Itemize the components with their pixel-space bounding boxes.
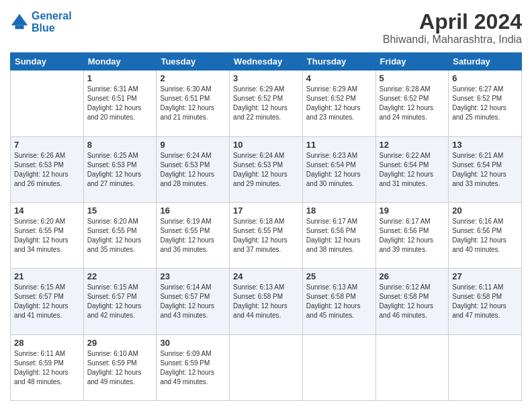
calendar-cell: 10Sunrise: 6:24 AM Sunset: 6:53 PM Dayli… xyxy=(230,136,303,202)
day-info: Sunrise: 6:31 AM Sunset: 6:51 PM Dayligh… xyxy=(87,85,153,122)
col-thursday: Thursday xyxy=(302,53,375,71)
day-number: 22 xyxy=(87,271,153,281)
calendar-cell: 28Sunrise: 6:11 AM Sunset: 6:59 PM Dayli… xyxy=(11,334,84,400)
day-number: 26 xyxy=(380,271,445,281)
day-number: 30 xyxy=(160,338,226,348)
calendar-week-5: 28Sunrise: 6:11 AM Sunset: 6:59 PM Dayli… xyxy=(11,334,522,400)
day-number: 20 xyxy=(452,205,518,216)
day-info: Sunrise: 6:13 AM Sunset: 6:58 PM Dayligh… xyxy=(306,283,372,320)
day-info: Sunrise: 6:16 AM Sunset: 6:56 PM Dayligh… xyxy=(452,217,518,255)
day-info: Sunrise: 6:15 AM Sunset: 6:57 PM Dayligh… xyxy=(87,283,153,320)
calendar-cell: 17Sunrise: 6:18 AM Sunset: 6:55 PM Dayli… xyxy=(230,202,303,268)
day-number: 19 xyxy=(380,205,445,216)
col-monday: Monday xyxy=(83,53,157,71)
day-number: 1 xyxy=(87,73,153,83)
day-info: Sunrise: 6:29 AM Sunset: 6:52 PM Dayligh… xyxy=(306,85,372,122)
col-saturday: Saturday xyxy=(449,53,522,71)
day-info: Sunrise: 6:20 AM Sunset: 6:55 PM Dayligh… xyxy=(87,217,153,255)
day-number: 2 xyxy=(160,73,226,83)
day-number: 5 xyxy=(380,73,445,83)
day-number: 25 xyxy=(306,271,372,281)
calendar-cell xyxy=(375,334,449,400)
calendar-cell: 27Sunrise: 6:11 AM Sunset: 6:58 PM Dayli… xyxy=(449,269,522,334)
day-info: Sunrise: 6:11 AM Sunset: 6:58 PM Dayligh… xyxy=(452,283,518,320)
calendar-cell: 16Sunrise: 6:19 AM Sunset: 6:55 PM Dayli… xyxy=(157,202,230,268)
calendar-cell: 5Sunrise: 6:28 AM Sunset: 6:52 PM Daylig… xyxy=(375,71,449,136)
day-info: Sunrise: 6:15 AM Sunset: 6:57 PM Dayligh… xyxy=(14,283,80,320)
day-info: Sunrise: 6:11 AM Sunset: 6:59 PM Dayligh… xyxy=(14,349,80,387)
day-number: 24 xyxy=(233,271,299,281)
calendar-week-3: 14Sunrise: 6:20 AM Sunset: 6:55 PM Dayli… xyxy=(11,202,522,268)
calendar-cell: 1Sunrise: 6:31 AM Sunset: 6:51 PM Daylig… xyxy=(83,71,157,136)
col-sunday: Sunday xyxy=(11,53,84,71)
calendar-cell: 20Sunrise: 6:16 AM Sunset: 6:56 PM Dayli… xyxy=(449,202,522,268)
header: General Blue April 2024 Bhiwandi, Mahara… xyxy=(10,10,522,46)
day-number: 3 xyxy=(233,73,299,83)
day-info: Sunrise: 6:20 AM Sunset: 6:55 PM Dayligh… xyxy=(14,217,80,255)
day-info: Sunrise: 6:21 AM Sunset: 6:54 PM Dayligh… xyxy=(452,151,518,189)
day-number: 7 xyxy=(14,140,80,150)
day-info: Sunrise: 6:29 AM Sunset: 6:52 PM Dayligh… xyxy=(233,85,299,122)
calendar-cell: 23Sunrise: 6:14 AM Sunset: 6:57 PM Dayli… xyxy=(157,269,230,334)
day-info: Sunrise: 6:17 AM Sunset: 6:56 PM Dayligh… xyxy=(306,217,372,255)
calendar-cell: 2Sunrise: 6:30 AM Sunset: 6:51 PM Daylig… xyxy=(157,71,230,136)
day-info: Sunrise: 6:18 AM Sunset: 6:55 PM Dayligh… xyxy=(233,217,299,255)
page: General Blue April 2024 Bhiwandi, Mahara… xyxy=(0,0,532,411)
col-wednesday: Wednesday xyxy=(230,53,303,71)
calendar-cell: 12Sunrise: 6:22 AM Sunset: 6:54 PM Dayli… xyxy=(375,136,449,202)
calendar-cell: 26Sunrise: 6:12 AM Sunset: 6:58 PM Dayli… xyxy=(375,269,449,334)
calendar-cell xyxy=(11,71,84,136)
calendar-cell: 14Sunrise: 6:20 AM Sunset: 6:55 PM Dayli… xyxy=(11,202,84,268)
day-info: Sunrise: 6:27 AM Sunset: 6:52 PM Dayligh… xyxy=(452,85,518,122)
calendar-cell: 7Sunrise: 6:26 AM Sunset: 6:53 PM Daylig… xyxy=(11,136,84,202)
day-number: 21 xyxy=(14,271,80,281)
day-info: Sunrise: 6:23 AM Sunset: 6:54 PM Dayligh… xyxy=(306,151,372,189)
day-info: Sunrise: 6:24 AM Sunset: 6:53 PM Dayligh… xyxy=(233,151,299,189)
calendar-cell: 9Sunrise: 6:24 AM Sunset: 6:53 PM Daylig… xyxy=(157,136,230,202)
day-number: 12 xyxy=(380,140,445,150)
day-number: 23 xyxy=(160,271,226,281)
calendar-cell: 4Sunrise: 6:29 AM Sunset: 6:52 PM Daylig… xyxy=(302,71,375,136)
day-info: Sunrise: 6:13 AM Sunset: 6:58 PM Dayligh… xyxy=(233,283,299,320)
calendar-cell xyxy=(302,334,375,400)
day-number: 9 xyxy=(160,140,226,150)
day-info: Sunrise: 6:12 AM Sunset: 6:58 PM Dayligh… xyxy=(380,283,445,320)
logo: General Blue xyxy=(10,10,72,34)
calendar-cell xyxy=(230,334,303,400)
day-info: Sunrise: 6:09 AM Sunset: 6:59 PM Dayligh… xyxy=(160,349,226,387)
logo-text: General Blue xyxy=(32,10,72,34)
day-info: Sunrise: 6:30 AM Sunset: 6:51 PM Dayligh… xyxy=(160,85,226,122)
calendar-cell: 22Sunrise: 6:15 AM Sunset: 6:57 PM Dayli… xyxy=(83,269,157,334)
calendar-week-2: 7Sunrise: 6:26 AM Sunset: 6:53 PM Daylig… xyxy=(11,136,522,202)
calendar-table: Sunday Monday Tuesday Wednesday Thursday… xyxy=(10,52,522,401)
logo-icon xyxy=(10,13,29,32)
day-number: 18 xyxy=(306,205,372,216)
day-number: 28 xyxy=(14,338,80,348)
day-info: Sunrise: 6:19 AM Sunset: 6:55 PM Dayligh… xyxy=(160,217,226,255)
day-number: 8 xyxy=(87,140,153,150)
calendar-cell: 19Sunrise: 6:17 AM Sunset: 6:56 PM Dayli… xyxy=(375,202,449,268)
day-number: 29 xyxy=(87,338,153,348)
calendar-cell: 13Sunrise: 6:21 AM Sunset: 6:54 PM Dayli… xyxy=(449,136,522,202)
day-info: Sunrise: 6:26 AM Sunset: 6:53 PM Dayligh… xyxy=(14,151,80,189)
calendar-cell: 18Sunrise: 6:17 AM Sunset: 6:56 PM Dayli… xyxy=(302,202,375,268)
day-number: 6 xyxy=(452,73,518,83)
calendar-cell: 8Sunrise: 6:25 AM Sunset: 6:53 PM Daylig… xyxy=(83,136,157,202)
col-friday: Friday xyxy=(375,53,449,71)
calendar-cell: 30Sunrise: 6:09 AM Sunset: 6:59 PM Dayli… xyxy=(157,334,230,400)
day-number: 13 xyxy=(452,140,518,150)
svg-marker-0 xyxy=(11,13,28,25)
calendar-week-1: 1Sunrise: 6:31 AM Sunset: 6:51 PM Daylig… xyxy=(11,71,522,136)
day-number: 27 xyxy=(452,271,518,281)
calendar-cell: 29Sunrise: 6:10 AM Sunset: 6:59 PM Dayli… xyxy=(83,334,157,400)
calendar-cell: 6Sunrise: 6:27 AM Sunset: 6:52 PM Daylig… xyxy=(449,71,522,136)
day-info: Sunrise: 6:17 AM Sunset: 6:56 PM Dayligh… xyxy=(380,217,445,255)
day-number: 17 xyxy=(233,205,299,216)
day-number: 14 xyxy=(14,205,80,216)
calendar-cell: 11Sunrise: 6:23 AM Sunset: 6:54 PM Dayli… xyxy=(302,136,375,202)
calendar-subtitle: Bhiwandi, Maharashtra, India xyxy=(383,34,522,46)
calendar-cell: 3Sunrise: 6:29 AM Sunset: 6:52 PM Daylig… xyxy=(230,71,303,136)
calendar-title: April 2024 xyxy=(383,10,522,34)
day-info: Sunrise: 6:24 AM Sunset: 6:53 PM Dayligh… xyxy=(160,151,226,189)
calendar-cell: 25Sunrise: 6:13 AM Sunset: 6:58 PM Dayli… xyxy=(302,269,375,334)
